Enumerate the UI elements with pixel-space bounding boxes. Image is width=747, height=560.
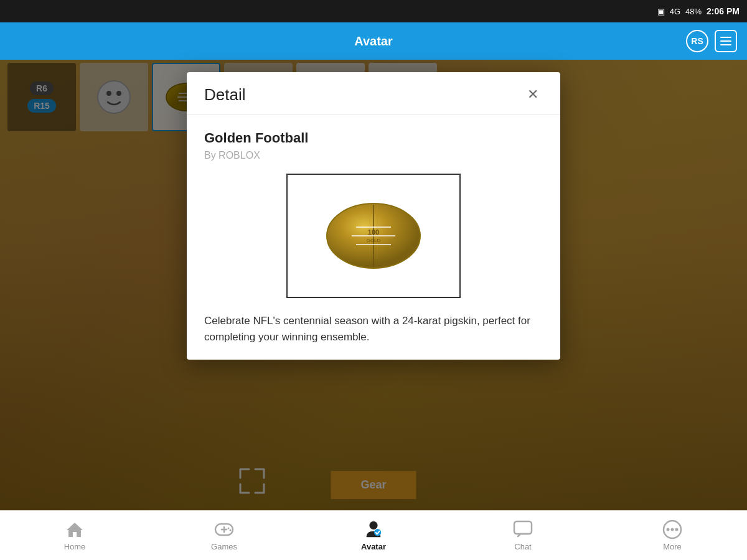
avatar-label: Avatar [361,542,386,551]
modal-header: Detail ✕ [187,72,560,115]
svg-text:100: 100 [368,228,379,236]
page-title: Avatar [354,34,393,49]
modal-title: Detail [204,85,245,105]
modal-body: Golden Football By ROBLOX [187,115,560,360]
nav-actions: RS [686,30,737,52]
modal-close-button[interactable]: ✕ [523,85,543,105]
home-label: Home [64,542,86,551]
nav-item-chat[interactable]: Chat [448,520,598,551]
item-description: Celebrate NFL's centennial season with a… [204,313,543,345]
more-label: More [663,542,682,551]
avatar-icon [364,520,383,539]
network-icon: 4G [670,7,680,16]
detail-modal: Detail ✕ Golden Football By ROBLOX [187,72,560,360]
svg-point-38 [369,521,377,530]
battery-icon: 48% [685,7,702,16]
clock: 2:06 PM [707,6,740,16]
svg-point-42 [667,528,670,531]
nav-item-home[interactable]: Home [0,520,149,551]
modal-overlay: Detail ✕ Golden Football By ROBLOX [0,60,747,510]
svg-point-36 [228,528,230,530]
chat-icon [513,520,533,539]
svg-point-43 [671,528,674,531]
chat-label: Chat [514,542,531,551]
nav-item-more[interactable]: More [598,520,747,551]
svg-point-39 [374,529,381,536]
svg-point-37 [230,530,232,531]
bottom-nav: Home Games Avatar [0,510,747,560]
item-name: Golden Football [204,130,543,146]
status-bar: ▣ 4G 48% 2:06 PM [0,0,747,22]
signal-icon: ▣ [657,7,665,16]
nav-item-games[interactable]: Games [149,520,299,551]
games-icon [214,520,234,539]
nav-item-avatar[interactable]: Avatar [299,520,448,551]
golden-football-image: 100 GOLD [311,192,436,279]
home-icon [65,520,85,539]
robux-button[interactable]: RS [686,30,708,52]
item-image-container: 100 GOLD [286,174,461,298]
svg-point-44 [675,528,679,531]
top-nav: Avatar RS [0,22,747,60]
svg-marker-32 [67,523,83,537]
more-icon [662,520,682,539]
games-label: Games [211,542,237,551]
hamburger-menu-button[interactable] [715,30,737,52]
svg-rect-40 [514,521,532,534]
svg-text:GOLD: GOLD [367,238,381,243]
item-author: By ROBLOX [204,150,543,161]
